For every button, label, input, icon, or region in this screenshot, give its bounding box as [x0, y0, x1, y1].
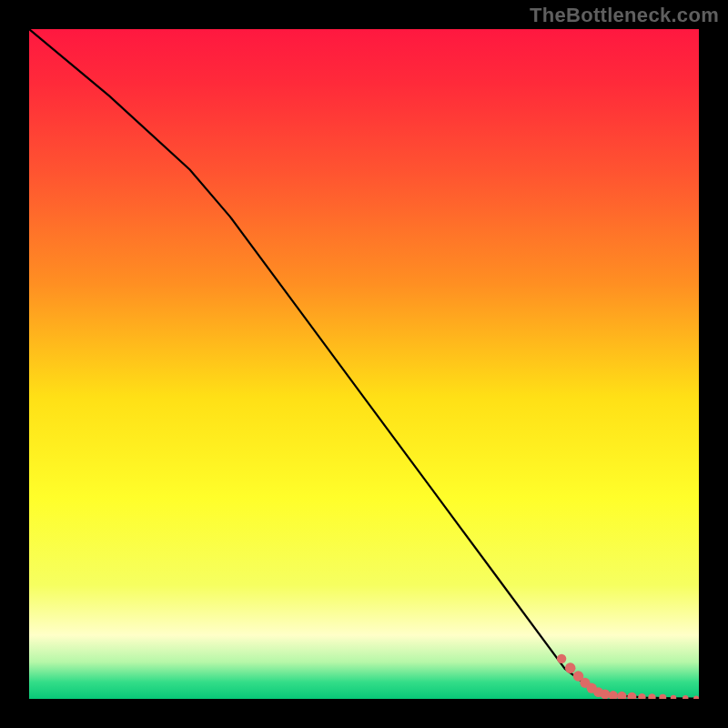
- scatter-point: [557, 654, 566, 663]
- scatter-point: [601, 689, 611, 699]
- watermark-text: TheBottleneck.com: [530, 4, 719, 27]
- gradient-background: [29, 29, 699, 699]
- plot-area: [29, 29, 699, 699]
- chart-stage: TheBottleneck.com: [0, 0, 728, 728]
- scatter-point: [565, 662, 576, 673]
